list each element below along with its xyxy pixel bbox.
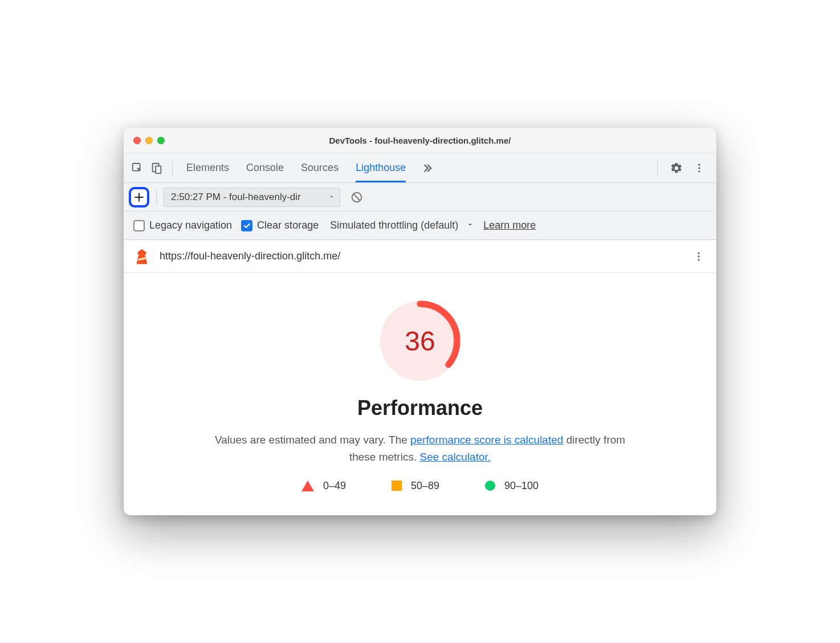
inspect-element-icon[interactable] bbox=[128, 158, 147, 178]
performance-gauge: 36 bbox=[377, 298, 463, 384]
titlebar: DevTools - foul-heavenly-direction.glitc… bbox=[124, 128, 716, 153]
clear-reports-icon[interactable] bbox=[347, 188, 366, 207]
svg-rect-2 bbox=[156, 166, 161, 173]
performance-score: 36 bbox=[377, 298, 463, 384]
throttling-selector[interactable]: Simulated throttling (default) bbox=[330, 219, 474, 231]
legend-pass-label: 90–100 bbox=[504, 480, 539, 492]
clear-storage-label: Clear storage bbox=[257, 219, 319, 231]
report-selector-label: 2:50:27 PM - foul-heavenly-dir bbox=[171, 192, 324, 203]
report-selector[interactable]: 2:50:27 PM - foul-heavenly-dir bbox=[164, 188, 340, 207]
minimize-window-button[interactable] bbox=[145, 137, 153, 144]
zoom-window-button[interactable] bbox=[157, 137, 165, 144]
audited-url: https://foul-heavenly-direction.glitch.m… bbox=[160, 250, 682, 262]
more-tabs-icon[interactable] bbox=[421, 162, 433, 174]
report-url-bar: https://foul-heavenly-direction.glitch.m… bbox=[124, 240, 716, 273]
square-icon bbox=[392, 481, 402, 491]
score-legend: 0–49 50–89 90–100 bbox=[138, 480, 702, 492]
svg-point-3 bbox=[698, 164, 700, 165]
new-report-button[interactable] bbox=[129, 187, 149, 207]
checkbox-checked-icon bbox=[241, 220, 252, 231]
kebab-menu-icon[interactable] bbox=[690, 158, 709, 178]
score-calc-link[interactable]: performance score is calculated bbox=[410, 434, 563, 446]
performance-title: Performance bbox=[138, 396, 702, 420]
triangle-icon bbox=[301, 481, 314, 491]
legacy-navigation-checkbox[interactable]: Legacy navigation bbox=[133, 219, 232, 231]
toolbar-separator bbox=[657, 161, 658, 176]
circle-icon bbox=[485, 481, 495, 491]
svg-point-4 bbox=[698, 167, 700, 169]
window-title: DevTools - foul-heavenly-direction.glitc… bbox=[124, 136, 716, 145]
tab-console[interactable]: Console bbox=[246, 153, 284, 182]
desc-text: Values are estimated and may vary. The bbox=[215, 434, 410, 446]
legend-average: 50–89 bbox=[392, 480, 439, 492]
legend-fail-label: 0–49 bbox=[323, 480, 346, 492]
legend-avg-label: 50–89 bbox=[411, 480, 439, 492]
clear-storage-checkbox[interactable]: Clear storage bbox=[241, 219, 319, 231]
panel-tabs: Elements Console Sources Lighthouse bbox=[186, 153, 406, 182]
learn-more-link[interactable]: Learn more bbox=[483, 219, 536, 231]
close-window-button[interactable] bbox=[133, 137, 141, 144]
svg-point-9 bbox=[698, 255, 699, 257]
tab-elements[interactable]: Elements bbox=[186, 153, 229, 182]
throttling-label: Simulated throttling (default) bbox=[330, 219, 458, 231]
tab-lighthouse[interactable]: Lighthouse bbox=[356, 153, 406, 182]
report-menu-icon[interactable] bbox=[691, 249, 707, 264]
svg-point-8 bbox=[698, 252, 699, 254]
calculator-link[interactable]: See calculator. bbox=[419, 451, 491, 463]
lighthouse-options: Legacy navigation Clear storage Simulate… bbox=[124, 211, 716, 240]
traffic-lights bbox=[124, 137, 165, 144]
legacy-navigation-label: Legacy navigation bbox=[149, 219, 232, 231]
svg-rect-7 bbox=[138, 254, 145, 257]
devtools-main-toolbar: Elements Console Sources Lighthouse bbox=[124, 153, 716, 183]
toolbar-separator bbox=[156, 190, 157, 205]
chevron-down-icon bbox=[328, 192, 335, 203]
devtools-window: DevTools - foul-heavenly-direction.glitc… bbox=[124, 128, 716, 515]
svg-point-5 bbox=[698, 170, 700, 172]
svg-point-10 bbox=[698, 259, 699, 261]
checkbox-unchecked-icon bbox=[133, 220, 145, 231]
chevron-down-icon bbox=[466, 219, 474, 231]
legend-fail: 0–49 bbox=[301, 480, 346, 492]
lighthouse-toolbar: 2:50:27 PM - foul-heavenly-dir bbox=[124, 183, 716, 211]
toolbar-separator bbox=[172, 161, 173, 176]
legend-pass: 90–100 bbox=[485, 480, 539, 492]
device-toggle-icon[interactable] bbox=[147, 158, 166, 178]
lighthouse-report: 36 Performance Values are estimated and … bbox=[124, 273, 716, 515]
tab-sources[interactable]: Sources bbox=[301, 153, 339, 182]
lighthouse-icon bbox=[133, 248, 150, 265]
settings-icon[interactable] bbox=[667, 158, 686, 178]
performance-description: Values are estimated and may vary. The p… bbox=[203, 432, 637, 465]
